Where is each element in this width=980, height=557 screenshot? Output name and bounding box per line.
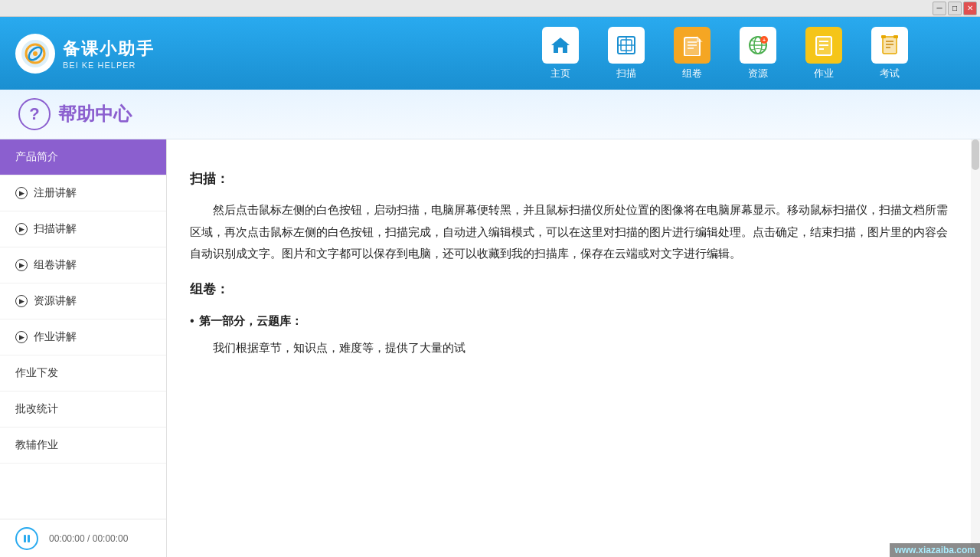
- register-icon: ▶: [15, 187, 28, 199]
- compose-label: 组卷: [682, 67, 702, 80]
- scan-guide-label: 扫描讲解: [34, 222, 77, 236]
- svg-marker-4: [551, 38, 570, 53]
- top-navigation: 备课小助手 BEI KE HELPER 主页 扫描: [0, 17, 980, 90]
- compose-guide-label: 组卷讲解: [34, 258, 77, 272]
- nav-item-home[interactable]: 主页: [531, 22, 590, 85]
- watermark: www.xiazaiba.com: [890, 543, 980, 557]
- sidebar-item-batch-stats[interactable]: 批改统计: [0, 392, 166, 428]
- home-label: 主页: [550, 67, 570, 80]
- time-separator: /: [87, 533, 90, 544]
- sidebar-item-homework-release[interactable]: 作业下发: [0, 355, 166, 392]
- logo-main-text: 备课小助手: [63, 38, 155, 61]
- homework-label: 作业: [814, 67, 834, 80]
- pause-icon: [24, 535, 30, 542]
- section1-text: 然后点击鼠标左侧的白色按钮，启动扫描，电脑屏幕便转黑，并且鼠标扫描仪所处位置的图…: [190, 199, 957, 265]
- current-time: 00:00:00: [49, 533, 85, 544]
- svg-rect-26: [883, 37, 897, 54]
- section1-title: 扫描：: [190, 167, 957, 192]
- svg-rect-31: [893, 35, 898, 38]
- logo-sub-text: BEI KE HELPER: [63, 61, 155, 70]
- restore-button[interactable]: □: [948, 2, 962, 15]
- bullet1-text: 第一部分，云题库：: [199, 310, 302, 333]
- sidebar-item-compose[interactable]: ▶ 组卷讲解: [0, 247, 166, 283]
- logo-area: 备课小助手 BEI KE HELPER: [15, 34, 155, 74]
- sidebar-item-product-intro[interactable]: 产品简介: [0, 139, 166, 175]
- scan-guide-icon: ▶: [15, 223, 28, 235]
- resource-guide-icon: ▶: [15, 295, 28, 307]
- main-area: ? 帮助中心 产品简介 ▶ 注册讲解 ▶ 扫描讲解 ▶ 组卷讲解 ▶ 资: [0, 90, 980, 557]
- homework-guide-icon: ▶: [15, 331, 28, 343]
- sidebar: 产品简介 ▶ 注册讲解 ▶ 扫描讲解 ▶ 组卷讲解 ▶ 资源讲解 ▶ 作业讲解: [0, 139, 167, 557]
- register-label: 注册讲解: [34, 186, 77, 200]
- sidebar-item-homework-guide[interactable]: ▶ 作业讲解: [0, 319, 166, 355]
- scrollbar-track[interactable]: [971, 139, 980, 557]
- homework-guide-label: 作业讲解: [34, 330, 77, 344]
- pause-button[interactable]: [15, 527, 38, 550]
- scan-icon-box: [608, 27, 645, 64]
- section3-text: 我们根据章节，知识点，难度等，提供了大量的试: [190, 337, 957, 359]
- total-time: 00:00:00: [93, 533, 129, 544]
- batch-stats-label: 批改统计: [15, 402, 58, 416]
- nav-item-exam[interactable]: 考试: [861, 22, 919, 85]
- player-bar: 00:00:00 / 00:00:00: [0, 519, 167, 557]
- nav-item-scan[interactable]: 扫描: [597, 22, 655, 85]
- svg-text:+: +: [763, 38, 766, 43]
- titlebar: ─ □ ✕: [0, 0, 980, 17]
- close-button[interactable]: ✕: [963, 2, 977, 15]
- scan-label: 扫描: [616, 67, 636, 80]
- sidebar-item-resource[interactable]: ▶ 资源讲解: [0, 283, 166, 319]
- product-intro-label: 产品简介: [15, 150, 58, 164]
- pause-bar-right: [28, 535, 30, 542]
- sidebar-item-tutor-homework[interactable]: 教辅作业: [0, 428, 166, 464]
- compose-guide-icon: ▶: [15, 259, 28, 271]
- svg-rect-30: [881, 35, 886, 38]
- resource-icon-box: +: [740, 27, 776, 64]
- nav-item-compose[interactable]: 组卷: [663, 22, 721, 85]
- help-question-icon: ?: [18, 98, 51, 130]
- help-header: ? 帮助中心: [0, 90, 980, 139]
- scrollbar-thumb[interactable]: [972, 139, 979, 170]
- resource-label: 资源: [748, 67, 768, 80]
- help-center-title: 帮助中心: [58, 102, 132, 126]
- body-layout: 产品简介 ▶ 注册讲解 ▶ 扫描讲解 ▶ 组卷讲解 ▶ 资源讲解 ▶ 作业讲解: [0, 139, 980, 557]
- sidebar-item-scan[interactable]: ▶ 扫描讲解: [0, 211, 166, 247]
- homework-icon-box: [805, 27, 842, 64]
- nav-item-resource[interactable]: + 资源: [729, 22, 787, 85]
- logo-icon: [15, 34, 55, 74]
- svg-point-3: [33, 51, 38, 56]
- tutor-homework-label: 教辅作业: [15, 438, 58, 452]
- exam-label: 考试: [880, 67, 900, 80]
- minimize-button[interactable]: ─: [933, 2, 946, 15]
- sidebar-item-register[interactable]: ▶ 注册讲解: [0, 175, 166, 211]
- nav-items: 主页 扫描: [531, 22, 965, 85]
- homework-release-label: 作业下发: [15, 366, 58, 380]
- exam-icon-box: [871, 27, 908, 64]
- content-area: 扫描： 然后点击鼠标左侧的白色按钮，启动扫描，电脑屏幕便转黑，并且鼠标扫描仪所处…: [167, 139, 980, 557]
- logo-text: 备课小助手 BEI KE HELPER: [63, 38, 155, 70]
- resource-guide-label: 资源讲解: [34, 294, 77, 308]
- nav-item-homework[interactable]: 作业: [795, 22, 853, 85]
- pause-bar-left: [24, 535, 26, 542]
- bullet-item-1: 第一部分，云题库：: [190, 310, 957, 333]
- time-display: 00:00:00 / 00:00:00: [49, 533, 128, 544]
- home-icon-box: [542, 27, 579, 64]
- compose-icon-box: [674, 27, 710, 64]
- section2-title: 组卷：: [190, 277, 957, 302]
